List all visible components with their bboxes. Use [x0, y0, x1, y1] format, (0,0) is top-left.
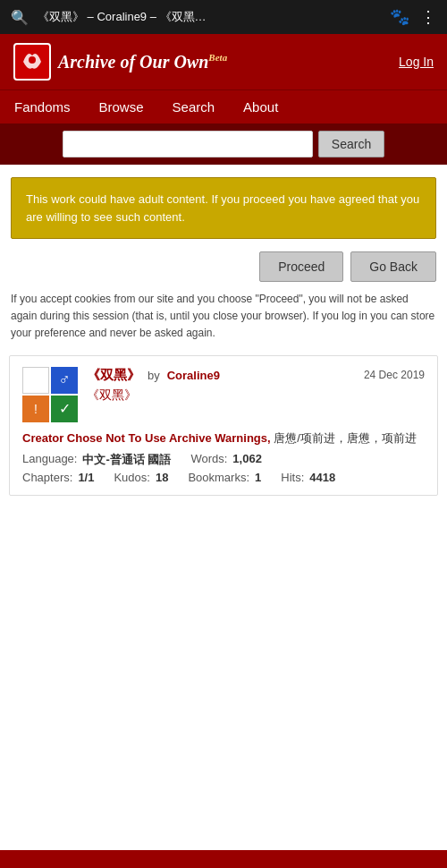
work-date: 24 Dec 2019	[364, 369, 425, 381]
work-author[interactable]: Coraline9	[167, 369, 220, 382]
words-label: Words:	[190, 452, 227, 468]
footer-bar	[0, 850, 447, 868]
proceed-button[interactable]: Proceed	[259, 251, 343, 282]
cookie-notice: If you accept cookies from our site and …	[11, 291, 436, 343]
action-buttons: Proceed Go Back	[11, 251, 436, 282]
work-tags: 唐憊/项前进，唐憊，项前进	[274, 431, 417, 445]
top-bar: 🔍 《双黑》 – Coraline9 – 《双黑… 🐾 ⋮	[0, 0, 447, 34]
hits-value: 4418	[309, 471, 335, 484]
icon-blank	[22, 367, 49, 394]
topbar-search-icon[interactable]: 🔍	[11, 9, 29, 26]
work-warnings: Creator Chose Not To Use Archive Warning…	[22, 430, 425, 447]
nav-item-about[interactable]: About	[229, 90, 292, 123]
work-icons-grid: ♂ ! ✓	[22, 367, 78, 422]
stat-row-language: Language: 中文-普通话 國語 Words: 1,062	[22, 452, 425, 468]
logo-area: Archive of Our OwnBeta	[13, 43, 227, 81]
topbar-menu-icon[interactable]: ⋮	[420, 7, 436, 27]
words-value: 1,062	[232, 452, 262, 468]
adult-content-warning: This work could have adult content. If y…	[11, 177, 436, 239]
work-header: ♂ ! ✓ 《双黑》 by Coraline9 24 Dec 2019 《双黑》	[22, 367, 425, 422]
work-by-label: by	[148, 369, 160, 382]
nav-item-browse[interactable]: Browse	[85, 90, 158, 123]
bookmarks-label: Bookmarks:	[188, 471, 249, 484]
kudos-label: Kudos:	[114, 471, 149, 484]
beta-label: Beta	[208, 52, 227, 63]
chapters-value: 1/1	[78, 471, 94, 484]
logo-svg	[19, 48, 46, 75]
site-header: Archive of Our OwnBeta Log In	[0, 34, 447, 89]
work-title[interactable]: 《双黑》	[87, 367, 140, 384]
svg-point-0	[29, 56, 36, 64]
topbar-paw-icon[interactable]: 🐾	[390, 7, 409, 27]
search-button[interactable]: Search	[318, 131, 384, 157]
go-back-button[interactable]: Go Back	[350, 251, 436, 282]
language-value: 中文-普通话 國語	[82, 452, 171, 468]
topbar-title: 《双黑》 – Coraline9 – 《双黑…	[38, 9, 381, 25]
work-warnings-label: Creator Chose Not To Use Archive Warning…	[22, 431, 271, 445]
icon-gender: ♂	[51, 367, 78, 394]
work-meta-top: 《双黑》 by Coraline9 24 Dec 2019 《双黑》	[87, 367, 425, 411]
logo-icon	[13, 43, 51, 81]
site-name: Archive of Our OwnBeta	[58, 52, 227, 72]
topbar-icons: 🐾 ⋮	[390, 7, 436, 27]
bookmarks-value: 1	[255, 471, 261, 484]
work-subtitle: 《双黑》	[87, 387, 425, 404]
icon-warning: !	[22, 396, 49, 422]
hits-label: Hits:	[281, 471, 304, 484]
nav-item-fandoms[interactable]: Fandoms	[0, 90, 85, 123]
nav-item-search[interactable]: Search	[158, 90, 230, 123]
chapters-label: Chapters:	[22, 471, 72, 484]
search-input[interactable]	[63, 131, 313, 157]
work-stats: Language: 中文-普通话 國語 Words: 1,062 Chapter…	[22, 452, 425, 484]
icon-check: ✓	[51, 396, 78, 422]
nav-bar: Fandoms Browse Search About	[0, 89, 447, 123]
search-bar: Search	[0, 123, 447, 165]
work-title-line: 《双黑》 by Coraline9 24 Dec 2019	[87, 367, 425, 384]
language-label: Language:	[22, 452, 77, 468]
stat-row-chapters: Chapters: 1/1 Kudos: 18 Bookmarks: 1 Hit…	[22, 471, 425, 484]
work-card: ♂ ! ✓ 《双黑》 by Coraline9 24 Dec 2019 《双黑》…	[9, 355, 438, 497]
adult-warning-text: This work could have adult content. If y…	[26, 191, 421, 226]
login-button[interactable]: Log In	[399, 55, 434, 69]
bottom-space	[0, 514, 447, 737]
kudos-value: 18	[156, 471, 168, 484]
